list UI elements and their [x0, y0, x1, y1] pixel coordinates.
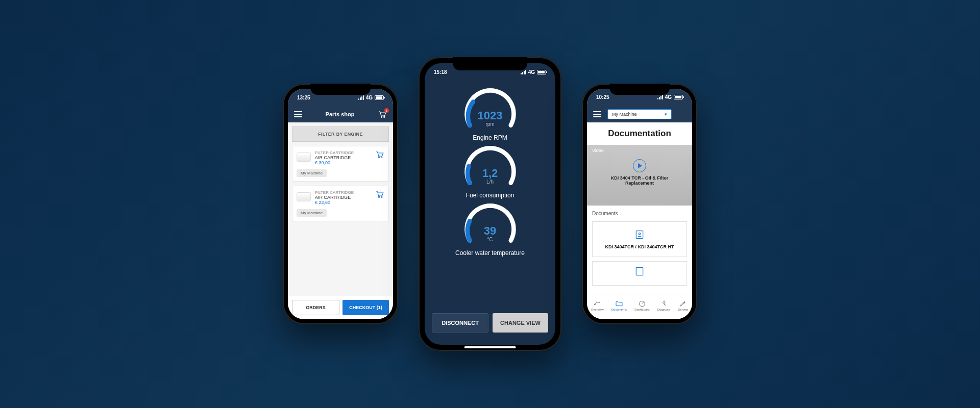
add-to-cart-icon[interactable]	[375, 150, 384, 160]
video-section[interactable]: Video KDI 3404 TCR - Oil & Filter Replac…	[587, 145, 692, 206]
phone-dashboard: 15:18 4G 1023 rpm Engine RPM 1,2 L/h Fue…	[419, 57, 561, 351]
add-to-cart-icon[interactable]	[375, 190, 384, 199]
page-title: Documentation	[587, 122, 692, 145]
orders-button[interactable]: ORDERS	[292, 300, 339, 315]
notch	[310, 84, 371, 95]
gauge-unit: °C	[487, 237, 493, 242]
shop-body: FILTER BY ENGINE FILTER CARTRIDGE AIR CA…	[288, 122, 393, 296]
filter-by-engine-button[interactable]: FILTER BY ENGINE	[292, 126, 389, 142]
item-category: FILTER CARTRIDGE	[315, 150, 371, 155]
status-time: 13:25	[297, 95, 310, 100]
battery-icon	[375, 95, 384, 100]
dropdown-value: My Machine	[612, 112, 637, 117]
menu-icon[interactable]	[593, 111, 601, 117]
item-name: AIR CARTRIDGE	[315, 195, 371, 200]
signal-bars-icon	[358, 95, 364, 100]
dashboard-footer: DISCONNECT CHANGE VIEW	[425, 307, 555, 345]
item-tag: My Machine	[297, 169, 327, 177]
gauge-label: Engine RPM	[473, 134, 507, 141]
signal-text: 4G	[665, 94, 672, 100]
home-indicator[interactable]	[320, 320, 361, 322]
tab-overview[interactable]: Overview	[591, 300, 604, 311]
cart-badge: 1	[384, 108, 389, 113]
item-thumbnail	[297, 152, 311, 162]
gauge-value: 1,2	[482, 167, 498, 180]
gauges-container: 1023 rpm Engine RPM 1,2 L/h Fuel consump…	[425, 81, 555, 307]
status-time: 10:25	[596, 94, 609, 100]
phone-parts-shop: 13:25 4G Parts shop 1 FILTER BY ENGINE F	[283, 84, 398, 324]
tab-dashboard[interactable]: Dashboard	[634, 300, 649, 311]
svg-rect-8	[636, 268, 643, 275]
tab-documents[interactable]: Documents	[611, 300, 627, 311]
document-icon	[634, 229, 645, 240]
document-name: KDI 3404TCR / KDI 3404TCR HT	[598, 244, 681, 249]
gauge-rpm: 1023 rpm Engine RPM	[461, 87, 520, 141]
navbar: My Machine ▾	[587, 106, 692, 122]
svg-point-7	[639, 233, 640, 235]
battery-icon	[674, 95, 683, 99]
checkout-button[interactable]: CHECKOUT (1)	[342, 300, 389, 315]
svg-point-3	[381, 157, 382, 158]
document-icon	[634, 266, 645, 277]
chevron-down-icon: ▾	[665, 112, 667, 117]
tab-bar: Overview Documents Dashboard Diagnose Se…	[587, 295, 692, 319]
item-name: AIR CARTRIDGE	[315, 155, 371, 160]
gauge-label: Fuel consumption	[466, 192, 514, 199]
navbar: Parts shop 1	[288, 106, 393, 122]
battery-icon	[537, 70, 546, 74]
disconnect-button[interactable]: DISCONNECT	[432, 313, 488, 333]
gauge-value: 1023	[478, 109, 503, 122]
item-price: € 39,00	[315, 160, 371, 165]
item-category: FILTER CARTRIDGE	[315, 190, 371, 195]
gauge-unit: L/h	[486, 179, 494, 185]
phone-documentation: 10:25 4G My Machine ▾ Documentation Vide…	[582, 84, 697, 324]
signal-text: 4G	[366, 95, 373, 100]
svg-point-4	[378, 196, 379, 197]
svg-point-0	[381, 116, 382, 117]
signal-text: 4G	[528, 69, 535, 75]
item-thumbnail	[297, 192, 311, 201]
item-price: € 22,60	[315, 200, 371, 205]
svg-point-2	[378, 157, 379, 158]
shop-item[interactable]: FILTER CARTRIDGE AIR CARTRIDGE € 39,00 M…	[292, 146, 389, 182]
svg-point-1	[384, 116, 385, 117]
svg-point-5	[381, 196, 382, 197]
signal-bars-icon	[521, 70, 526, 74]
tab-service[interactable]: Service	[678, 300, 688, 311]
home-indicator[interactable]	[619, 320, 660, 322]
page-title: Parts shop	[326, 111, 355, 117]
status-time: 15:18	[434, 69, 447, 75]
tab-diagnose[interactable]: Diagnose	[657, 300, 670, 311]
signal-bars-icon	[657, 95, 663, 99]
change-view-button[interactable]: CHANGE VIEW	[493, 313, 548, 333]
shop-footer: ORDERS CHECKOUT (1)	[288, 296, 393, 319]
video-section-label: Video	[592, 148, 604, 153]
home-indicator[interactable]	[464, 346, 516, 348]
shop-item[interactable]: FILTER CARTRIDGE AIR CARTRIDGE € 22,60 M…	[292, 186, 389, 221]
document-card[interactable]: KDI 3404TCR / KDI 3404TCR HT	[592, 221, 687, 257]
play-icon[interactable]	[633, 159, 646, 172]
gauge-unit: rpm	[485, 121, 494, 127]
machine-dropdown[interactable]: My Machine ▾	[607, 109, 672, 119]
document-card[interactable]	[592, 261, 687, 286]
gauge-label: Cooler water temperature	[455, 249, 525, 257]
item-tag: My Machine	[297, 209, 327, 217]
cart-icon[interactable]: 1	[378, 110, 387, 118]
gauge-fuel: 1,2 L/h Fuel consumption	[461, 144, 520, 199]
documents-section: Documents KDI 3404TCR / KDI 3404TCR HT	[587, 206, 692, 295]
gauge-value: 39	[484, 224, 496, 238]
video-title: KDI 3404 TCR - Oil & Filter Replacement	[587, 175, 692, 186]
gauge-temp: 39 °C Cooler water temperature	[455, 202, 525, 257]
notch	[609, 84, 670, 95]
menu-icon[interactable]	[294, 111, 302, 117]
documents-section-label: Documents	[592, 211, 687, 216]
notch	[453, 57, 527, 70]
